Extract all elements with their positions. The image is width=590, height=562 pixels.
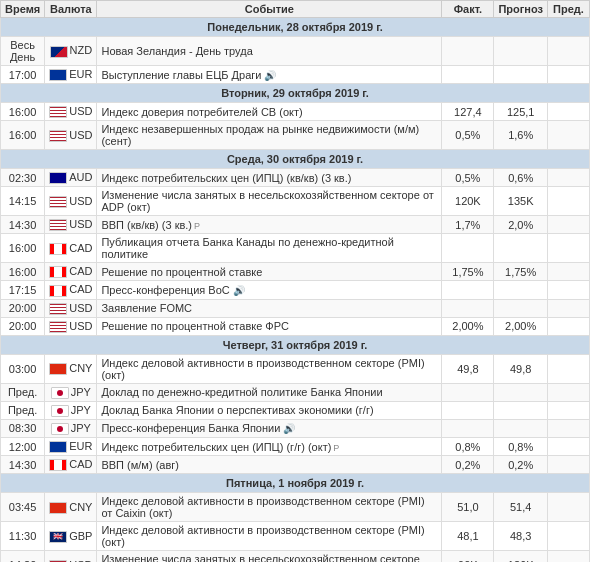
event-cell: Индекс потребительских цен (ИПЦ) (кв/кв)… bbox=[97, 169, 442, 187]
event-cell: ВВП (кв/кв) (3 кв.)P bbox=[97, 216, 442, 234]
currency-cell: CAD bbox=[45, 281, 97, 299]
event-cell: Индекс деловой активности в производстве… bbox=[97, 493, 442, 522]
forecast-cell bbox=[494, 37, 548, 66]
currency-cell: AUD bbox=[45, 169, 97, 187]
currency-code: JPY bbox=[71, 422, 91, 434]
currency-code: USD bbox=[69, 302, 92, 314]
fact-cell: 1,7% bbox=[442, 216, 494, 234]
table-row: 17:00 EUR Выступление главы ЕЦБ Драги🔊 bbox=[1, 66, 590, 84]
time-cell: 16:00 bbox=[1, 263, 45, 281]
fact-cell bbox=[442, 281, 494, 299]
section-header-0: Понедельник, 28 октября 2019 г. bbox=[1, 18, 590, 37]
fact-cell: 1,75% bbox=[442, 263, 494, 281]
table-row: 16:00 USD Индекс незавершенных продаж на… bbox=[1, 121, 590, 150]
prev-cell bbox=[548, 438, 590, 456]
event-cell: Индекс незавершенных продаж на рынке нед… bbox=[97, 121, 442, 150]
table-row: 16:00 USD Индекс доверия потребителей СВ… bbox=[1, 103, 590, 121]
currency-cell: JPY bbox=[45, 383, 97, 401]
currency-cell: EUR bbox=[45, 66, 97, 84]
event-cell: Доклад Банка Японии о перспективах эконо… bbox=[97, 401, 442, 419]
event-cell: Новая Зеландия - День труда bbox=[97, 37, 442, 66]
forecast-cell bbox=[494, 234, 548, 263]
fact-cell: 0,5% bbox=[442, 121, 494, 150]
event-cell: Индекс деловой активности в производстве… bbox=[97, 522, 442, 551]
event-cell: Пресс-конференция Банка Японии🔊 bbox=[97, 419, 442, 437]
currency-code: CNY bbox=[69, 501, 92, 513]
column-headers: Время Валюта Событие Факт. Прогноз Пред. bbox=[1, 1, 590, 18]
section-header-2: Среда, 30 октября 2019 г. bbox=[1, 150, 590, 169]
event-cell: Решение по процентной ставке bbox=[97, 263, 442, 281]
table-body: Понедельник, 28 октября 2019 г. Весь Ден… bbox=[1, 18, 590, 563]
currency-code: EUR bbox=[69, 68, 92, 80]
time-cell: 16:00 bbox=[1, 121, 45, 150]
prev-cell bbox=[548, 383, 590, 401]
currency-code: USD bbox=[69, 218, 92, 230]
fact-cell: 120K bbox=[442, 187, 494, 216]
currency-cell: CNY bbox=[45, 493, 97, 522]
time-cell: 02:30 bbox=[1, 169, 45, 187]
event-cell: Решение по процентной ставке ФРС bbox=[97, 317, 442, 335]
currency-cell: JPY bbox=[45, 419, 97, 437]
currency-code: JPY bbox=[71, 404, 91, 416]
currency-cell: CAD bbox=[45, 263, 97, 281]
time-cell: 20:00 bbox=[1, 299, 45, 317]
forecast-cell: 0,8% bbox=[494, 438, 548, 456]
col-header-fact: Факт. bbox=[442, 1, 494, 18]
prev-cell bbox=[548, 522, 590, 551]
currency-code: GBP bbox=[69, 530, 92, 542]
time-cell: 03:45 bbox=[1, 493, 45, 522]
event-cell: Индекс деловой активности в производстве… bbox=[97, 354, 442, 383]
currency-code: CAD bbox=[69, 265, 92, 277]
table-row: 20:00 USD Решение по процентной ставке Ф… bbox=[1, 317, 590, 335]
prev-cell bbox=[548, 66, 590, 84]
forecast-cell bbox=[494, 419, 548, 437]
currency-cell: USD bbox=[45, 551, 97, 562]
currency-cell: USD bbox=[45, 317, 97, 335]
table-row: 16:00 CAD Публикация отчета Банка Канады… bbox=[1, 234, 590, 263]
table-row: 03:45 CNY Индекс деловой активности в пр… bbox=[1, 493, 590, 522]
speaker-icon: 🔊 bbox=[283, 423, 295, 434]
event-cell: ВВП (м/м) (авг) bbox=[97, 456, 442, 474]
revision-icon: P bbox=[194, 221, 200, 231]
table-row: 14:30 USD ВВП (кв/кв) (3 кв.)P 1,7% 2,0% bbox=[1, 216, 590, 234]
time-cell: 08:30 bbox=[1, 419, 45, 437]
col-header-event: Событие bbox=[97, 1, 442, 18]
fact-cell: 48,1 bbox=[442, 522, 494, 551]
currency-code: JPY bbox=[71, 386, 91, 398]
table-row: Весь День NZD Новая Зеландия - День труд… bbox=[1, 37, 590, 66]
fact-cell bbox=[442, 401, 494, 419]
fact-cell bbox=[442, 37, 494, 66]
time-cell: 14:30 bbox=[1, 456, 45, 474]
section-title: Понедельник, 28 октября 2019 г. bbox=[1, 18, 590, 37]
table-row: 16:00 CAD Решение по процентной ставке 1… bbox=[1, 263, 590, 281]
event-cell: Выступление главы ЕЦБ Драги🔊 bbox=[97, 66, 442, 84]
forecast-cell: 125,1 bbox=[494, 103, 548, 121]
prev-cell bbox=[548, 551, 590, 562]
prev-cell bbox=[548, 354, 590, 383]
currency-cell: USD bbox=[45, 187, 97, 216]
prev-cell bbox=[548, 493, 590, 522]
prev-cell bbox=[548, 216, 590, 234]
fact-cell: 0,8% bbox=[442, 438, 494, 456]
forecast-cell: 136K bbox=[494, 551, 548, 562]
currency-code: EUR bbox=[69, 440, 92, 452]
prev-cell bbox=[548, 317, 590, 335]
table-row: 17:15 CAD Пресс-конференция ВоС🔊 bbox=[1, 281, 590, 299]
forecast-cell: 0,2% bbox=[494, 456, 548, 474]
fact-cell bbox=[442, 383, 494, 401]
prev-cell bbox=[548, 401, 590, 419]
currency-code: USD bbox=[69, 195, 92, 207]
forecast-cell: 1,75% bbox=[494, 263, 548, 281]
time-cell: Пред. bbox=[1, 383, 45, 401]
prev-cell bbox=[548, 299, 590, 317]
col-header-forecast: Прогноз bbox=[494, 1, 548, 18]
fact-cell: 0,5% bbox=[442, 169, 494, 187]
currency-cell: USD bbox=[45, 103, 97, 121]
speaker-icon: 🔊 bbox=[264, 70, 276, 81]
event-cell: Публикация отчета Банка Канады по денежн… bbox=[97, 234, 442, 263]
table-row: 20:00 USD Заявление FOMC bbox=[1, 299, 590, 317]
forecast-cell: 135K bbox=[494, 187, 548, 216]
prev-cell bbox=[548, 419, 590, 437]
currency-cell: USD bbox=[45, 299, 97, 317]
time-cell: 17:00 bbox=[1, 66, 45, 84]
